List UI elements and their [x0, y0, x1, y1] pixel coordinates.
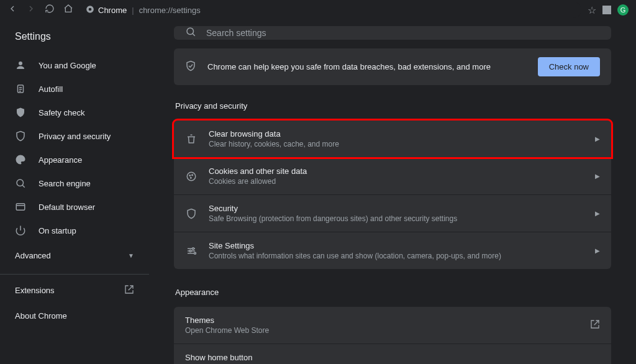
sidebar-item-label: Search engine: [39, 179, 91, 188]
home-icon[interactable]: [63, 4, 73, 16]
card-title: Show home button: [185, 353, 600, 362]
person-icon: [15, 60, 26, 71]
privacy-cards: Clear browsing data Clear history, cooki…: [174, 121, 611, 269]
sidebar-item-privacy-security[interactable]: Privacy and security: [0, 124, 149, 148]
search-settings-row: [174, 26, 611, 40]
section-title-appearance: Appearance: [175, 288, 611, 297]
card-show-home-button[interactable]: Show home button: [174, 344, 611, 364]
omnibox-app-label: Chrome: [98, 6, 127, 15]
chevron-right-icon: ▶: [595, 210, 600, 217]
sidebar-item-label: Default browser: [39, 202, 95, 212]
cookie-icon: [185, 171, 198, 182]
sidebar-item-safety-check[interactable]: Safety check: [0, 101, 149, 124]
shield-check-icon: [15, 107, 26, 118]
sidebar-item-label: Privacy and security: [39, 132, 111, 141]
settings-sidebar: Settings You and Google Autofill Safety …: [0, 20, 149, 364]
palette-icon: [15, 154, 26, 165]
settings-content: Chrome can help keep you safe from data …: [149, 20, 636, 364]
sidebar-item-autofill[interactable]: Autofill: [0, 77, 149, 101]
search-icon: [185, 26, 196, 40]
svg-point-9: [192, 175, 193, 176]
power-icon: [15, 225, 26, 236]
svg-point-4: [17, 180, 24, 186]
sidebar-advanced-toggle[interactable]: Advanced ▼: [0, 242, 149, 269]
svg-point-8: [189, 175, 191, 176]
search-settings-input[interactable]: [206, 28, 600, 38]
svg-point-7: [187, 172, 196, 181]
card-clear-browsing-data[interactable]: Clear browsing data Clear history, cooki…: [174, 121, 611, 157]
card-title: Cookies and other site data: [209, 166, 584, 176]
extension-box-icon[interactable]: [602, 6, 611, 14]
svg-point-10: [191, 177, 192, 178]
card-subtitle: Safe Browsing (protection from dangerous…: [209, 214, 584, 223]
search-icon: [15, 178, 26, 189]
card-subtitle: Open Chrome Web Store: [185, 326, 579, 335]
sidebar-item-search-engine[interactable]: Search engine: [0, 171, 149, 195]
sidebar-item-label: On startup: [39, 226, 76, 235]
card-subtitle: Clear history, cookies, cache, and more: [209, 140, 584, 148]
svg-point-12: [189, 250, 191, 252]
shield-check-icon: [185, 60, 196, 74]
card-title: Site Settings: [209, 241, 584, 250]
check-now-button[interactable]: Check now: [538, 57, 600, 76]
sidebar-about-chrome-link[interactable]: About Chrome: [0, 304, 149, 328]
sidebar-item-label: Autofill: [39, 84, 63, 94]
sidebar-item-default-browser[interactable]: Default browser: [0, 195, 149, 219]
sidebar-item-label: Appearance: [39, 155, 82, 165]
card-security[interactable]: Security Safe Browsing (protection from …: [174, 195, 611, 232]
bookmark-star-icon[interactable]: ☆: [588, 4, 596, 16]
open-in-new-icon: [124, 284, 134, 296]
card-title: Themes: [185, 316, 579, 325]
chevron-right-icon: ▶: [595, 247, 600, 254]
reload-icon[interactable]: [45, 4, 55, 16]
svg-rect-5: [16, 204, 25, 211]
browser-toolbar: Chrome | chrome://settings ☆ G: [0, 0, 636, 20]
profile-avatar[interactable]: G: [617, 4, 629, 16]
card-site-settings[interactable]: Site Settings Controls what information …: [174, 232, 611, 269]
sidebar-item-on-startup[interactable]: On startup: [0, 219, 149, 242]
sidebar-item-label: You and Google: [39, 61, 96, 70]
clipboard-icon: [15, 83, 26, 94]
sidebar-title: Settings: [0, 31, 149, 53]
svg-point-2: [19, 61, 22, 65]
sidebar-item-you-and-google[interactable]: You and Google: [0, 53, 149, 77]
tune-icon: [185, 245, 198, 257]
address-bar[interactable]: Chrome | chrome://settings: [80, 2, 581, 18]
chrome-logo-icon: [86, 5, 94, 16]
card-subtitle: Controls what information sites can use …: [209, 252, 584, 260]
back-icon[interactable]: [7, 4, 17, 16]
section-title-privacy: Privacy and security: [175, 101, 611, 111]
chevron-right-icon: ▶: [595, 135, 600, 142]
banner-text: Chrome can help keep you safe from data …: [207, 62, 527, 71]
card-themes[interactable]: Themes Open Chrome Web Store: [174, 307, 611, 344]
chevron-right-icon: ▶: [595, 173, 600, 180]
card-title: Security: [209, 204, 584, 213]
about-chrome-label: About Chrome: [15, 311, 67, 321]
card-subtitle: Cookies are allowed: [209, 177, 584, 186]
sidebar-item-label: Safety check: [39, 108, 84, 117]
sidebar-item-appearance[interactable]: Appearance: [0, 148, 149, 171]
sidebar-extensions-link[interactable]: Extensions: [0, 277, 149, 304]
svg-point-6: [187, 28, 194, 35]
svg-point-1: [89, 7, 92, 11]
shield-icon: [15, 130, 26, 142]
window-icon: [15, 201, 26, 212]
appearance-cards: Themes Open Chrome Web Store Show home b…: [174, 307, 611, 364]
forward-icon[interactable]: [26, 4, 36, 16]
safety-check-banner: Chrome can help keep you safe from data …: [174, 48, 611, 85]
svg-point-13: [194, 252, 196, 254]
card-cookies[interactable]: Cookies and other site data Cookies are …: [174, 158, 611, 194]
card-title: Clear browsing data: [209, 129, 584, 139]
shield-icon: [185, 208, 198, 219]
advanced-label: Advanced: [15, 251, 51, 260]
extensions-label: Extensions: [15, 286, 55, 295]
open-in-new-icon: [590, 319, 600, 332]
chevron-down-icon: ▼: [128, 252, 134, 259]
svg-point-11: [193, 247, 194, 249]
omnibox-url: chrome://settings: [139, 6, 201, 15]
trash-icon: [185, 134, 198, 145]
